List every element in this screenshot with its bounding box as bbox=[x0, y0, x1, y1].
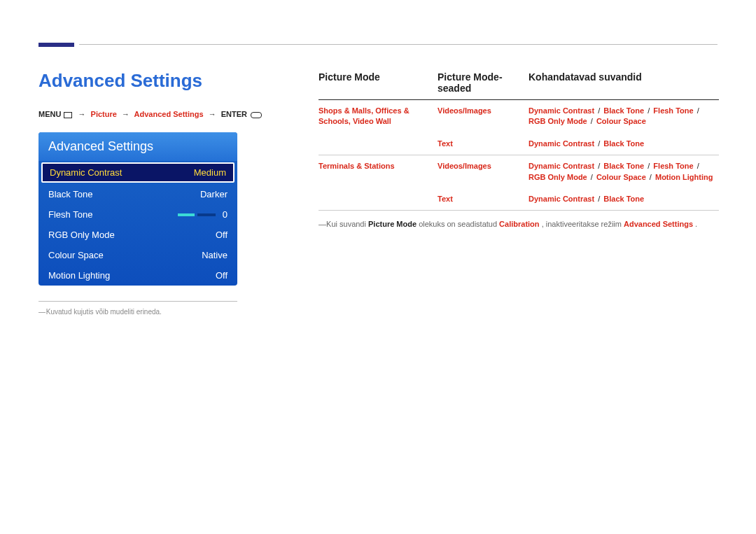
cell-picture-mode bbox=[318, 188, 438, 211]
option-item: Colour Space bbox=[596, 173, 646, 181]
dash-icon: ― bbox=[318, 219, 324, 229]
cell-options: Dynamic Contrast / Black Tone / Flesh To… bbox=[528, 100, 719, 133]
footnote-text: Kuvatud kujutis võib mudeliti erineda. bbox=[46, 308, 162, 316]
options-column: Picture Mode Picture Mode-seaded Kohanda… bbox=[318, 71, 719, 230]
separator: / bbox=[596, 139, 602, 148]
table-row: Shops & Malls, Offices & Schools, Video … bbox=[318, 100, 719, 133]
enter-label: ENTER bbox=[221, 110, 247, 118]
option-item: Dynamic Contrast bbox=[528, 139, 594, 148]
row-value: Native bbox=[202, 250, 227, 260]
panel-row[interactable]: Colour SpaceNative bbox=[38, 245, 237, 265]
row-value: Darker bbox=[200, 189, 227, 199]
cell-mode-seaded: Text bbox=[438, 188, 528, 211]
slider[interactable] bbox=[178, 213, 216, 216]
panel-row[interactable]: Flesh Tone0 bbox=[38, 204, 237, 225]
separator: / bbox=[589, 173, 595, 181]
option-item: Motion Lighting bbox=[655, 173, 713, 181]
panel-divider bbox=[38, 301, 237, 302]
option-item: Dynamic Contrast bbox=[528, 106, 594, 115]
menu-icon bbox=[64, 112, 72, 118]
panel-title: Advanced Settings bbox=[38, 132, 237, 161]
row-label: RGB Only Mode bbox=[48, 230, 115, 240]
dash-icon: ― bbox=[38, 307, 44, 316]
row-label: Flesh Tone bbox=[48, 209, 92, 220]
separator: / bbox=[596, 106, 602, 115]
table-row: TextDynamic Contrast / Black Tone bbox=[318, 188, 719, 211]
option-item: Colour Space bbox=[596, 117, 646, 125]
table-row: Terminals & StationsVideos/ImagesDynamic… bbox=[318, 155, 719, 188]
option-item: Dynamic Contrast bbox=[528, 162, 594, 170]
cell-picture-mode: Shops & Malls, Offices & Schools, Video … bbox=[318, 100, 438, 133]
option-item: Flesh Tone bbox=[653, 106, 693, 115]
panel-row[interactable]: Black ToneDarker bbox=[38, 184, 237, 204]
separator: / bbox=[648, 173, 654, 181]
option-item: Black Tone bbox=[603, 139, 644, 148]
cell-mode-seaded: Text bbox=[438, 133, 528, 155]
right-footnote: ― Kui suvandi Picture Mode olekuks on se… bbox=[318, 219, 719, 229]
arrow-icon: → bbox=[78, 110, 86, 118]
menu-label: MENU bbox=[38, 110, 61, 118]
option-item: RGB Only Mode bbox=[528, 173, 587, 181]
cell-mode-seaded: Videos/Images bbox=[438, 100, 528, 133]
note-bold: Picture Mode bbox=[368, 220, 416, 228]
separator: / bbox=[645, 106, 652, 115]
separator: / bbox=[695, 106, 699, 115]
row-value: Medium bbox=[194, 167, 226, 178]
path-picture: Picture bbox=[91, 110, 117, 118]
page-content: Advanced Settings MENU → Picture → Advan… bbox=[0, 0, 756, 358]
options-table: Picture Mode Picture Mode-seaded Kohanda… bbox=[318, 71, 719, 211]
cell-options: Dynamic Contrast / Black Tone / Flesh To… bbox=[528, 155, 719, 188]
left-footnote: ― Kuvatud kujutis võib mudeliti erineda. bbox=[38, 307, 237, 316]
row-label: Dynamic Contrast bbox=[50, 167, 122, 178]
cell-picture-mode bbox=[318, 133, 438, 155]
arrow-icon: → bbox=[209, 110, 216, 118]
enter-icon bbox=[251, 112, 262, 118]
cell-options: Dynamic Contrast / Black Tone bbox=[528, 133, 719, 155]
table-row: TextDynamic Contrast / Black Tone bbox=[318, 133, 719, 155]
note-red: Advanced Settings bbox=[624, 220, 693, 228]
option-item: Black Tone bbox=[603, 195, 644, 203]
cell-options: Dynamic Contrast / Black Tone bbox=[528, 188, 719, 211]
table-header: Picture Mode bbox=[318, 71, 438, 100]
note-text: olekuks on seadistatud bbox=[419, 220, 499, 228]
option-item: Black Tone bbox=[603, 162, 644, 170]
row-value: Off bbox=[216, 230, 227, 240]
note-red: Calibration bbox=[499, 220, 539, 228]
separator: / bbox=[645, 162, 652, 170]
row-value-text: 0 bbox=[223, 209, 227, 220]
separator: / bbox=[589, 117, 595, 125]
option-item: Flesh Tone bbox=[653, 162, 693, 170]
panel-row[interactable]: RGB Only ModeOff bbox=[38, 225, 237, 245]
separator: / bbox=[596, 195, 602, 203]
settings-panel: Advanced Settings Dynamic ContrastMedium… bbox=[38, 132, 237, 286]
option-item: RGB Only Mode bbox=[528, 117, 587, 125]
row-label: Motion Lighting bbox=[48, 270, 110, 281]
table-header: Kohandatavad suvandid bbox=[528, 71, 719, 100]
cell-picture-mode: Terminals & Stations bbox=[318, 155, 438, 188]
separator: / bbox=[695, 162, 699, 170]
arrow-icon: → bbox=[122, 110, 130, 118]
table-header: Picture Mode-seaded bbox=[438, 71, 528, 100]
panel-row[interactable]: Motion LightingOff bbox=[38, 265, 237, 286]
separator: / bbox=[596, 162, 602, 170]
row-label: Colour Space bbox=[48, 250, 104, 260]
panel-row[interactable]: Dynamic ContrastMedium bbox=[41, 162, 234, 183]
row-label: Black Tone bbox=[48, 189, 92, 199]
cell-mode-seaded: Videos/Images bbox=[438, 155, 528, 188]
note-text: , inaktiveeritakse režiim bbox=[542, 220, 624, 228]
option-item: Black Tone bbox=[603, 106, 644, 115]
path-advanced-settings: Advanced Settings bbox=[134, 110, 204, 118]
note-text: . bbox=[695, 220, 697, 228]
row-value: Off bbox=[216, 270, 227, 281]
option-item: Dynamic Contrast bbox=[528, 195, 594, 203]
note-text: Kui suvandi bbox=[326, 220, 368, 228]
